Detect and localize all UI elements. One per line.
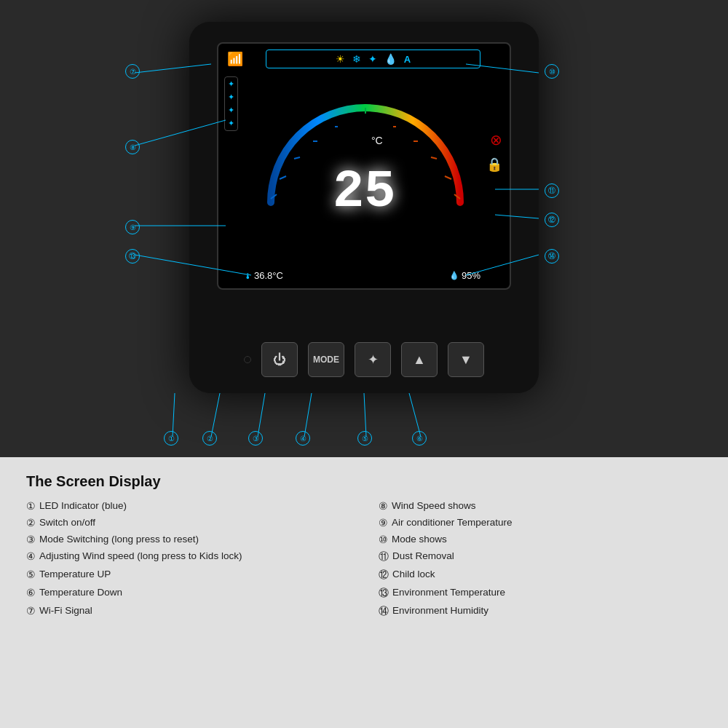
desc-item-6: ⑥ Temperature Down [26, 587, 349, 600]
desc-item-2: ② Switch on/off [26, 517, 349, 529]
auto-mode-icon: A [404, 54, 411, 65]
anno-7: ⑦ [125, 64, 140, 79]
sun-mode-icon: ☀ [336, 53, 345, 65]
desc-item-5: ⑤ Temperature UP [26, 569, 349, 582]
fan-speed-sidebar: ✦ ✦ ✦ ✦ [224, 76, 238, 131]
desc-item-1: ① LED Indicator (blue) [26, 500, 349, 512]
temperature-gauge: °C 25 [249, 71, 482, 232]
desc-item-14: ⑭ Environment Humidity [379, 605, 702, 618]
wifi-icon: 📶 [227, 51, 243, 67]
anno-9: ⑨ [125, 220, 140, 234]
fan-speed-4: ✦ [228, 119, 234, 128]
desc-num-1: ① [26, 500, 36, 512]
desc-item-12: ⑫ Child lock [379, 569, 702, 582]
buttons-row: ⏻ MODE ✦ ▲ ▼ [244, 342, 484, 377]
desc-num-14: ⑭ [379, 605, 389, 618]
desc-num-10: ⑩ [379, 534, 388, 545]
desc-num-2: ② [26, 517, 36, 529]
desc-item-4: ④ Adjusting Wind speed (long press to Ki… [26, 550, 349, 563]
desc-num-3: ③ [26, 534, 36, 545]
anno-8: ⑧ [125, 140, 140, 154]
svg-text:°C: °C [371, 135, 383, 146]
humidity-icon: 💧 [449, 271, 459, 280]
thermometer-icon: 🌡 [244, 272, 252, 280]
description-title: The Screen Display [26, 473, 702, 490]
desc-item-13: ⑬ Environment Temperature [379, 587, 702, 600]
svg-line-23 [258, 393, 265, 437]
desc-num-8: ⑧ [379, 500, 388, 512]
svg-line-25 [364, 393, 366, 437]
temp-down-button[interactable]: ▼ [448, 342, 484, 377]
anno-2: ② [202, 431, 217, 446]
desc-num-7: ⑦ [26, 605, 36, 618]
child-lock-icon: 🔒 [486, 157, 502, 173]
led-indicator [244, 356, 251, 363]
mode-icons-box: ☀ ❄ ✦ 💧 A [266, 50, 480, 68]
desc-item-10: ⑩ Mode shows [379, 534, 702, 545]
svg-line-24 [304, 393, 312, 437]
fan-speed-1: ✦ [228, 79, 234, 89]
description-section: The Screen Display ① LED Indicator (blue… [0, 457, 728, 728]
anno-6: ⑥ [412, 431, 427, 446]
anno-12: ⑫ [545, 213, 559, 227]
fan-speed-3: ✦ [228, 106, 234, 115]
dust-removal-icon: ⊗ [490, 131, 502, 149]
anno-11: ⑪ [545, 183, 559, 198]
svg-line-2 [294, 157, 300, 159]
desc-num-9: ⑨ [379, 517, 388, 529]
mode-button[interactable]: MODE [308, 342, 344, 377]
fan-speed-2: ✦ [228, 92, 234, 102]
anno-1: ① [164, 431, 178, 446]
anno-4: ④ [296, 431, 310, 446]
desc-num-12: ⑫ [379, 569, 389, 582]
power-button[interactable]: ⏻ [261, 342, 298, 377]
svg-line-8 [431, 157, 437, 159]
desc-item-11: ⑪ Dust Removal [379, 550, 702, 563]
svg-line-21 [173, 393, 175, 437]
svg-line-9 [445, 176, 451, 179]
desc-num-13: ⑬ [379, 587, 389, 600]
svg-line-1 [280, 176, 286, 179]
anno-13: ⑬ [125, 249, 140, 264]
temp-up-button[interactable]: ▲ [401, 342, 438, 377]
env-temp-reading: 🌡 36.8°C [244, 270, 283, 281]
desc-num-5: ⑤ [26, 569, 36, 582]
desc-num-6: ⑥ [26, 587, 36, 600]
fan-button[interactable]: ✦ [355, 342, 391, 377]
svg-line-26 [409, 393, 421, 437]
desc-item-8: ⑧ Wind Speed shows [379, 500, 702, 512]
anno-3: ③ [248, 431, 263, 446]
snowflake-mode-icon: ❄ [352, 53, 361, 65]
anno-10: ⑩ [545, 64, 559, 79]
env-humidity-reading: 💧 95% [449, 270, 480, 281]
svg-text:25: 25 [333, 162, 395, 222]
desc-num-4: ④ [26, 550, 36, 563]
fan-mode-icon: ✦ [368, 53, 377, 65]
desc-item-3: ③ Mode Switching (long press to reset) [26, 534, 349, 545]
drop-mode-icon: 💧 [384, 53, 397, 65]
desc-num-11: ⑪ [379, 550, 389, 563]
anno-5: ⑤ [357, 431, 372, 446]
desc-item-7: ⑦ Wi-Fi Signal [26, 605, 349, 618]
desc-item-9: ⑨ Air conditioner Temperature [379, 517, 702, 529]
device-screen: 📶 ☀ ❄ ✦ 💧 A ✦ ✦ ✦ ✦ [217, 42, 511, 290]
anno-14: ⑭ [545, 249, 559, 264]
svg-line-22 [211, 393, 220, 437]
